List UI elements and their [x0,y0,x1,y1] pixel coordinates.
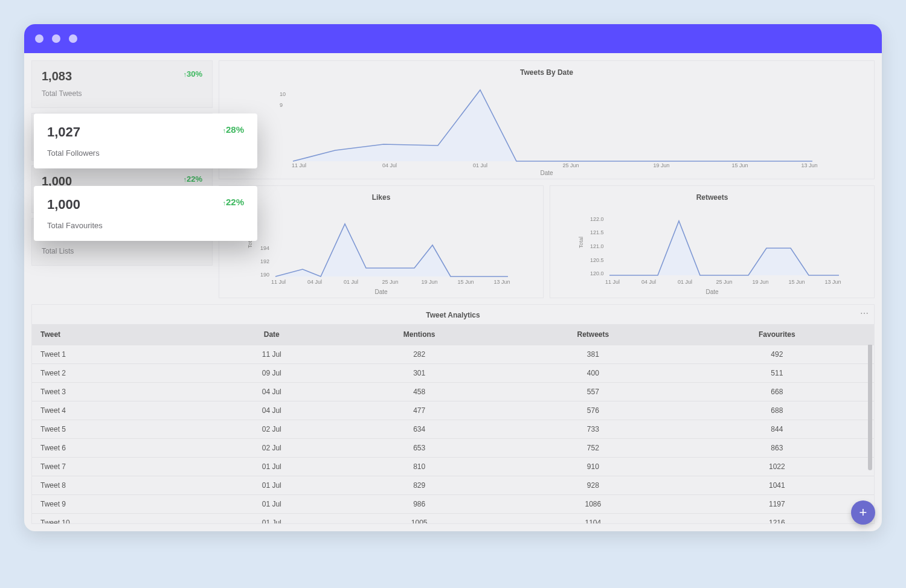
table-cell: 04 Jul [211,401,332,420]
chart-svg: Total 194 192 190 11 Jul 04 Jul 01 Jul 2… [224,203,538,287]
svg-text:04 Jul: 04 Jul [641,279,656,285]
col-mentions[interactable]: Mentions [332,324,506,345]
chart-xlabel: Date [555,289,869,295]
chart-svg: Total 122.0 121.5 121.0 120.5 120.0 11 J… [555,203,869,287]
svg-text:Total: Total [578,237,584,248]
table-cell: 844 [680,420,874,439]
window-close-icon[interactable] [35,34,43,43]
svg-text:11 Jul: 11 Jul [292,162,306,168]
chart-xlabel: Date [224,289,538,295]
window-maximize-icon[interactable] [69,34,77,43]
table-cell: 1041 [680,476,874,495]
svg-text:04 Jul: 04 Jul [382,162,397,168]
svg-text:19 Jun: 19 Jun [752,279,768,285]
table-cell: 458 [332,383,506,401]
table-cell: 02 Jul [211,439,332,458]
table-cell: 492 [680,345,874,364]
chart-svg: 10 9 11 Jul 04 Jul 01 Jul 25 Jun 19 Jun … [224,78,869,168]
table-cell: 400 [506,364,680,383]
col-retweets[interactable]: Retweets [506,324,680,345]
stat-value: 1,083 [42,69,202,83]
analytics-table-scroll[interactable]: Tweet Date Mentions Retweets Favourites … [32,324,874,523]
analytics-table: Tweet Date Mentions Retweets Favourites … [32,324,874,523]
chart-title: Likes [224,193,538,202]
svg-text:10: 10 [280,91,286,97]
panel-menu-icon[interactable]: ⋯ [860,308,869,318]
stat-delta: 28% [222,124,244,135]
stat-delta: 22% [183,174,202,184]
chart-title: Retweets [555,193,869,202]
add-button[interactable]: + [851,500,875,525]
table-cell: 282 [332,345,506,364]
svg-text:190: 190 [260,272,269,278]
svg-text:11 Jul: 11 Jul [605,279,620,285]
content-area: 30% 1,083 Total Tweets 19% 678 Total Fol… [24,53,882,531]
titlebar [24,24,882,53]
svg-text:15 Jun: 15 Jun [457,279,474,285]
table-cell: 752 [506,439,680,458]
table-cell: 928 [506,476,680,495]
table-cell: 557 [506,383,680,401]
table-row[interactable]: Tweet 801 Jul8299281041 [32,476,874,495]
stat-delta: 30% [183,69,202,78]
chart-xlabel: Date [224,170,869,176]
svg-text:01 Jul: 01 Jul [473,162,487,168]
col-favourites[interactable]: Favourites [680,324,874,345]
col-date[interactable]: Date [211,324,332,345]
table-row[interactable]: Tweet 304 Jul458557668 [32,383,874,401]
svg-text:15 Jun: 15 Jun [788,279,805,285]
chart-title: Tweets By Date [224,68,869,77]
svg-text:9: 9 [280,102,283,108]
table-cell: 1086 [506,495,680,514]
table-cell: Tweet 2 [32,364,211,383]
table-cell: 1005 [332,514,506,524]
plus-icon: + [859,505,867,520]
table-cell: 09 Jul [211,364,332,383]
stat-value: 1,027 [47,124,244,140]
table-row[interactable]: Tweet 701 Jul8109101022 [32,458,874,476]
table-cell: 02 Jul [211,420,332,439]
stat-value: 1,000 [47,197,244,213]
table-row[interactable]: Tweet 209 Jul301400511 [32,364,874,383]
col-tweet[interactable]: Tweet [32,324,211,345]
svg-text:01 Jul: 01 Jul [678,279,692,285]
table-cell: 11 Jul [211,345,332,364]
chart-retweets: Retweets Total 122.0 121.5 121.0 120.5 1… [550,185,875,298]
highlight-card-followers[interactable]: 28% 1,027 Total Followers [34,113,257,168]
table-cell: 04 Jul [211,383,332,401]
table-row[interactable]: Tweet 111 Jul282381492 [32,345,874,364]
stat-label: Total Tweets [42,89,202,98]
svg-text:121.0: 121.0 [590,243,604,249]
highlight-card-favourites[interactable]: 22% 1,000 Total Favourites [34,186,257,241]
table-cell: 653 [332,439,506,458]
table-cell: 511 [680,364,874,383]
table-row[interactable]: Tweet 602 Jul653752863 [32,439,874,458]
table-cell: Tweet 7 [32,458,211,476]
svg-text:11 Jul: 11 Jul [271,279,286,285]
table-cell: Tweet 8 [32,476,211,495]
stat-label: Total Favourites [47,221,244,230]
window-minimize-icon[interactable] [52,34,60,43]
table-cell: 381 [506,345,680,364]
table-cell: 634 [332,420,506,439]
table-row[interactable]: Tweet 404 Jul477576688 [32,401,874,420]
table-cell: 1022 [680,458,874,476]
table-row[interactable]: Tweet 901 Jul98610861197 [32,495,874,514]
table-cell: 986 [332,495,506,514]
table-cell: Tweet 1 [32,345,211,364]
table-cell: Tweet 10 [32,514,211,524]
table-row[interactable]: Tweet 1001 Jul100511041216 [32,514,874,524]
scrollbar-thumb[interactable] [868,344,872,470]
stat-card-tweets[interactable]: 30% 1,083 Total Tweets [31,60,213,108]
analytics-title: Tweet Analytics [32,305,874,324]
table-cell: 810 [332,458,506,476]
svg-text:192: 192 [260,258,269,264]
table-cell: 863 [680,439,874,458]
table-row[interactable]: Tweet 502 Jul634733844 [32,420,874,439]
table-cell: 01 Jul [211,495,332,514]
svg-text:25 Jun: 25 Jun [716,279,732,285]
svg-text:15 Jun: 15 Jun [731,162,748,168]
svg-text:121.5: 121.5 [590,229,604,235]
svg-text:120.0: 120.0 [590,270,604,276]
stat-delta: 22% [222,197,244,207]
